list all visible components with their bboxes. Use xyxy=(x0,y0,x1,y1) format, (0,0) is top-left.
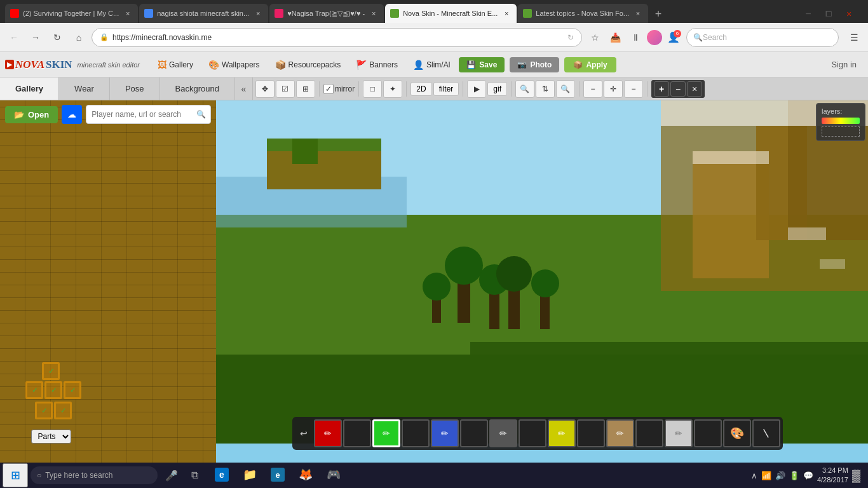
taskbar-search[interactable]: ○ Type here to search xyxy=(31,466,158,484)
color-tool-tan[interactable]: ✏ xyxy=(606,419,634,447)
color-slot-3[interactable] xyxy=(460,419,488,447)
tool-square[interactable]: □ xyxy=(363,80,382,98)
tab-nova[interactable]: Nova Skin - Minecraft Skin E... × xyxy=(385,4,517,23)
back-button[interactable]: ← xyxy=(5,29,23,46)
bookmark-button[interactable]: ☆ xyxy=(586,29,604,46)
photo-button[interactable]: 📷 Photo xyxy=(510,57,559,72)
tool-gif[interactable]: gif xyxy=(487,82,507,96)
systray-network[interactable]: 📶 xyxy=(761,471,771,480)
taskbar-app-gaming[interactable]: 🎮 xyxy=(320,463,347,487)
windows-start-button[interactable]: ⊞ xyxy=(3,463,28,487)
part-head[interactable]: ✓ xyxy=(42,362,60,380)
tool-zoom-out[interactable]: − xyxy=(583,80,602,98)
tab-forum[interactable]: Latest topics - Nova Skin Fo... × xyxy=(518,4,648,23)
systray-chevron[interactable]: ∧ xyxy=(751,471,757,480)
sub-tab-background[interactable]: Background xyxy=(160,78,235,100)
color-slot-4[interactable] xyxy=(519,419,546,447)
tool-flip[interactable]: ⇅ xyxy=(536,80,555,98)
tool-zoom-in[interactable]: − xyxy=(624,80,643,98)
tab-nagisa1[interactable]: nagisa shiota minecraft skin... × xyxy=(139,4,268,23)
tool-2d[interactable]: 2D xyxy=(410,82,431,96)
color-slot-6[interactable] xyxy=(635,419,663,447)
save-button[interactable]: 💾 Save xyxy=(459,57,505,72)
open-button[interactable]: 📂 Open xyxy=(5,106,58,123)
tool-fit[interactable]: ✛ xyxy=(604,80,623,98)
tool-filter[interactable]: filter xyxy=(433,82,459,96)
taskbar-app-edge[interactable]: e xyxy=(208,463,235,487)
color-slot-5[interactable] xyxy=(577,419,605,447)
tool-mirror-checkbox[interactable]: ✓ xyxy=(323,84,334,94)
task-view-button[interactable]: ⧉ xyxy=(183,463,206,487)
minimize-button[interactable]: − xyxy=(799,5,817,23)
canvas-area[interactable]: layers: ↩ ✏ ✏ ✏ xyxy=(216,100,868,463)
cortana-button[interactable]: 🎤 xyxy=(160,463,183,487)
apply-button[interactable]: 📦 Apply xyxy=(564,57,616,72)
tab-nagisa2[interactable]: ♥Nagisa Trap(≧▽≦)♥/♥ - × xyxy=(269,4,384,23)
sign-in-button[interactable]: Sign in xyxy=(825,57,863,72)
sub-tab-gallery[interactable]: Gallery xyxy=(0,78,59,100)
pocket-button[interactable]: 📥 xyxy=(606,29,624,46)
tool-select1[interactable]: ☑ xyxy=(276,80,295,98)
tool-select2[interactable]: ⊞ xyxy=(296,80,315,98)
layers-add-button[interactable]: + xyxy=(654,81,669,97)
systray-battery[interactable]: 🔋 xyxy=(789,471,799,480)
skin-search-input[interactable] xyxy=(86,105,211,124)
part-left-arm[interactable]: ✓ xyxy=(25,381,43,399)
maximize-button[interactable]: ⧠ xyxy=(820,5,837,23)
part-left-leg[interactable]: ✓ xyxy=(35,402,53,419)
collapse-button[interactable]: « xyxy=(235,78,253,100)
layers-minus-button[interactable]: − xyxy=(670,81,686,97)
color-tool-green[interactable]: ✏ xyxy=(372,419,400,447)
tool-play[interactable]: ▶ xyxy=(467,80,486,98)
tab-close-nova[interactable]: × xyxy=(501,8,512,18)
settings-button[interactable]: ☰ xyxy=(845,29,863,46)
systray-sound[interactable]: 🔊 xyxy=(775,471,785,480)
nav-gallery[interactable]: 🖼 Gallery xyxy=(151,57,200,72)
reload-button[interactable]: ↻ xyxy=(48,29,66,46)
reader-button[interactable]: Ⅱ xyxy=(627,29,644,46)
systray-notification[interactable]: 💬 xyxy=(803,471,813,480)
tool-search2[interactable]: 🔍 xyxy=(556,80,575,98)
sub-tab-pose[interactable]: Pose xyxy=(110,78,160,100)
part-right-leg[interactable]: ✓ xyxy=(54,402,72,419)
taskbar-app-firefox[interactable]: 🦊 xyxy=(292,463,319,487)
nav-resourcepacks[interactable]: 📦 Resourcepacks xyxy=(269,57,348,72)
color-tool-white[interactable]: ✏ xyxy=(665,419,693,447)
color-tool-gray[interactable]: ✏ xyxy=(489,419,517,447)
profile-button[interactable]: 👤 6 xyxy=(665,29,682,46)
undo-button[interactable]: ↩ xyxy=(295,424,313,442)
palette-button[interactable]: 🎨 xyxy=(723,419,751,447)
nav-wallpapers[interactable]: 🎨 Wallpapers xyxy=(202,57,266,72)
tab-close-nagisa1[interactable]: × xyxy=(253,8,263,18)
color-tool-blue[interactable]: ✏ xyxy=(431,419,459,447)
tool-move[interactable]: ✥ xyxy=(255,80,275,98)
browser-search-bar[interactable]: 🔍 Search xyxy=(686,28,839,47)
part-right-arm[interactable]: ✓ xyxy=(64,381,81,399)
dropbox-button[interactable]: ☁ xyxy=(62,105,82,124)
color-slot-1[interactable] xyxy=(343,419,371,447)
tab-close-forum[interactable]: × xyxy=(633,8,643,18)
taskbar-app-explorer[interactable]: 📁 xyxy=(236,463,263,487)
tool-transform[interactable]: ✦ xyxy=(383,80,402,98)
color-tool-red[interactable]: ✏ xyxy=(314,419,342,447)
close-button[interactable]: × xyxy=(840,5,858,23)
color-tool-yellow[interactable]: ✏ xyxy=(548,419,576,447)
part-body[interactable]: ✓ xyxy=(44,381,62,399)
layers-x-button[interactable]: × xyxy=(687,81,702,97)
pen-button[interactable]: / xyxy=(752,419,780,447)
url-bar[interactable]: 🔒 https://minecraft.novaskin.me ↻ xyxy=(92,28,582,47)
tab-close-nagisa2[interactable]: × xyxy=(369,8,379,18)
nav-slim[interactable]: 👤 Slim/Al xyxy=(407,57,456,72)
sub-tab-wear[interactable]: Wear xyxy=(59,78,110,100)
parts-dropdown[interactable]: Parts Head Body Arms Legs xyxy=(31,430,71,444)
tab-youtube[interactable]: (2) Surviving Together | My C... × xyxy=(5,4,138,23)
tool-search1[interactable]: 🔍 xyxy=(515,80,534,98)
color-slot-2[interactable] xyxy=(402,419,430,447)
new-tab-button[interactable]: + xyxy=(649,5,667,23)
tab-close-youtube[interactable]: × xyxy=(123,8,133,18)
color-slot-7[interactable] xyxy=(694,419,722,447)
nav-banners[interactable]: 🚩 Banners xyxy=(349,57,404,72)
home-button[interactable]: ⌂ xyxy=(70,29,88,46)
show-desktop-button[interactable]: ▓ xyxy=(852,469,860,482)
forward-button[interactable]: → xyxy=(27,29,44,46)
